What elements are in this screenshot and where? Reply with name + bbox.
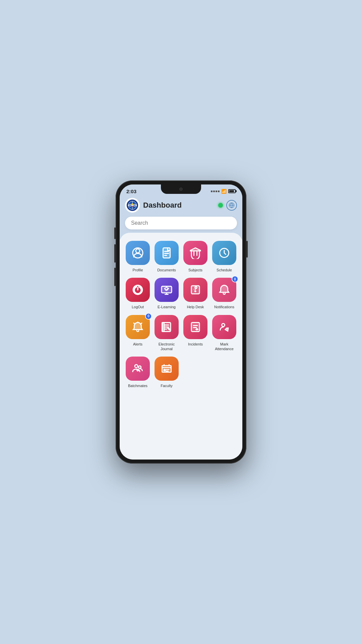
phone-frame: 2:03 📶	[116, 180, 246, 464]
faculty-label: Faculty	[161, 383, 172, 388]
svg-point-30	[138, 366, 141, 369]
subjects-icon-wrap	[183, 241, 207, 265]
search-input[interactable]	[131, 220, 231, 226]
schedule-icon-wrap	[212, 241, 236, 265]
logo	[125, 198, 140, 213]
mute-button[interactable]	[114, 227, 116, 239]
header-right	[218, 200, 237, 211]
header-top: Dashboard	[125, 198, 237, 213]
notifications-icon-wrap: 0	[212, 278, 236, 302]
status-icons: 📶	[211, 189, 236, 194]
grid-item-helpdesk[interactable]: ? Help Desk	[183, 278, 208, 309]
subjects-label: Subjects	[188, 268, 202, 272]
language-button[interactable]	[226, 200, 237, 211]
page-title: Dashboard	[143, 201, 182, 210]
battery-icon	[228, 189, 236, 193]
svg-point-7	[136, 249, 140, 253]
online-indicator	[218, 203, 223, 208]
grid-item-faculty[interactable]: Faculty	[154, 357, 179, 388]
profile-icon-wrap	[126, 241, 150, 265]
grid-item-profile[interactable]: Profile	[125, 241, 150, 272]
svg-point-5	[132, 203, 133, 205]
header-left: Dashboard	[125, 198, 182, 213]
front-camera	[179, 187, 183, 191]
grid-item-ejournal[interactable]: Electronic Journal	[154, 315, 179, 352]
status-time: 2:03	[126, 189, 136, 194]
batchmates-label: Batchmates	[128, 383, 147, 388]
grid-item-schedule[interactable]: Schedule	[212, 241, 237, 272]
attendance-icon-wrap	[212, 315, 236, 339]
svg-point-34	[164, 369, 166, 371]
search-bar[interactable]	[125, 217, 237, 229]
grid-item-elearning[interactable]: E-Learning	[154, 278, 179, 309]
attendance-label: Mark Attendance	[212, 342, 237, 352]
documents-icon-wrap	[155, 241, 179, 265]
documents-label: Documents	[157, 268, 176, 272]
grid-item-subjects[interactable]: Subjects	[183, 241, 208, 272]
svg-point-29	[135, 365, 138, 368]
schedule-label: Schedule	[217, 268, 232, 272]
profile-label: Profile	[132, 268, 143, 272]
content-area: Profile Documents	[120, 233, 242, 460]
alerts-icon-wrap: 0	[126, 315, 150, 339]
incidents-label: Incidents	[188, 342, 203, 346]
logout-icon-wrap	[126, 278, 150, 302]
grid-item-notifications[interactable]: 0 Notifications	[212, 278, 237, 309]
signal-icon	[211, 191, 220, 192]
phone-screen: 2:03 📶	[120, 184, 242, 460]
svg-text:?: ?	[193, 288, 196, 293]
grid-item-incidents[interactable]: Incidents	[183, 315, 208, 352]
app-grid: Profile Documents	[125, 241, 237, 388]
faculty-icon-wrap	[155, 357, 179, 381]
notifications-badge: 0	[232, 276, 238, 282]
elearning-icon-wrap	[155, 278, 179, 302]
helpdesk-label: Help Desk	[187, 305, 204, 309]
logout-label: LogOut	[132, 305, 144, 309]
ejournal-label: Electronic Journal	[154, 342, 179, 352]
wifi-icon: 📶	[221, 189, 227, 194]
grid-item-alerts[interactable]: 0 Alerts	[125, 315, 150, 352]
power-button[interactable]	[246, 241, 248, 258]
elearning-label: E-Learning	[158, 305, 176, 309]
svg-point-31	[137, 369, 139, 371]
incidents-icon-wrap	[183, 315, 207, 339]
batchmates-icon-wrap	[126, 357, 150, 381]
notch	[161, 184, 201, 194]
helpdesk-icon-wrap: ?	[183, 278, 207, 302]
alerts-label: Alerts	[133, 342, 142, 346]
volume-up-button[interactable]	[114, 244, 116, 263]
alerts-badge: 0	[145, 313, 152, 320]
svg-rect-24	[162, 322, 164, 331]
grid-item-attendance[interactable]: Mark Attendance	[212, 315, 237, 352]
grid-item-logout[interactable]: LogOut	[125, 278, 150, 309]
volume-down-button[interactable]	[114, 268, 116, 286]
grid-item-documents[interactable]: Documents	[154, 241, 179, 272]
notifications-label: Notifications	[214, 305, 234, 309]
ejournal-icon-wrap	[155, 315, 179, 339]
grid-item-batchmates[interactable]: Batchmates	[125, 357, 150, 388]
svg-point-28	[222, 323, 225, 326]
